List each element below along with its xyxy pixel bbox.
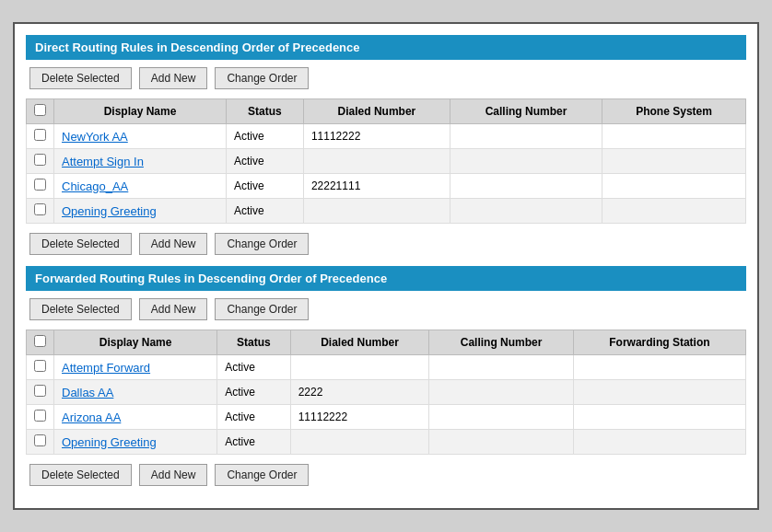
forwarded-row-checkbox-2[interactable] xyxy=(27,405,54,430)
direct-row-name-0: NewYork AA xyxy=(54,124,227,149)
direct-checkbox-3[interactable] xyxy=(34,203,46,215)
forwarded-row-name-2: Arizona AA xyxy=(54,405,217,430)
direct-row-extra-2 xyxy=(602,174,746,199)
forwarded-row-name-0: Attempt Forward xyxy=(54,355,217,380)
direct-checkbox-0[interactable] xyxy=(34,129,46,141)
direct-row-checkbox-1[interactable] xyxy=(27,149,54,174)
forwarded-checkbox-2[interactable] xyxy=(34,410,46,422)
forwarded-add-bottom-button[interactable]: Add New xyxy=(139,464,208,486)
forwarded-col-checkbox xyxy=(27,330,54,355)
direct-row-checkbox-3[interactable] xyxy=(27,199,54,224)
direct-row-status-1: Active xyxy=(227,149,304,174)
forwarded-checkbox-1[interactable] xyxy=(34,385,46,397)
forwarded-col-status: Status xyxy=(217,330,291,355)
direct-checkbox-2[interactable] xyxy=(34,179,46,191)
forwarded-row-calling-2 xyxy=(429,405,574,430)
direct-add-button[interactable]: Add New xyxy=(139,67,208,89)
forwarded-row-checkbox-3[interactable] xyxy=(27,430,54,455)
direct-row-name-1: Attempt Sign In xyxy=(54,149,227,174)
direct-row-extra-1 xyxy=(602,149,746,174)
table-row: Chicago_AA Active 22221111 xyxy=(27,174,746,199)
direct-section-header: Direct Routing Rules in Descending Order… xyxy=(26,35,746,60)
forwarded-row-dialed-2: 11112222 xyxy=(290,405,429,430)
direct-col-calling: Calling Number xyxy=(450,99,602,124)
forwarded-row-status-3: Active xyxy=(217,430,291,455)
direct-col-displayname: Display Name xyxy=(54,99,227,124)
direct-row-extra-0 xyxy=(602,124,746,149)
forwarded-row-dialed-1: 2222 xyxy=(290,380,429,405)
direct-delete-button[interactable]: Delete Selected xyxy=(29,67,132,89)
direct-row-dialed-0: 11112222 xyxy=(303,124,450,149)
table-row: NewYork AA Active 11112222 xyxy=(27,124,746,149)
direct-change-button[interactable]: Change Order xyxy=(215,67,309,89)
direct-table: Display Name Status Dialed Number Callin… xyxy=(26,98,746,224)
forwarded-add-button[interactable]: Add New xyxy=(139,298,208,320)
direct-row-link-3[interactable]: Opening Greeting xyxy=(62,204,157,218)
forwarded-delete-bottom-button[interactable]: Delete Selected xyxy=(29,464,132,486)
forwarded-row-link-3[interactable]: Opening Greeting xyxy=(62,435,157,449)
direct-row-dialed-2: 22221111 xyxy=(303,174,450,199)
direct-checkbox-1[interactable] xyxy=(34,154,46,166)
forwarded-col-displayname: Display Name xyxy=(54,330,217,355)
forwarded-row-extra-2 xyxy=(573,405,745,430)
forwarded-row-checkbox-0[interactable] xyxy=(27,355,54,380)
direct-select-all-checkbox[interactable] xyxy=(34,104,46,116)
direct-row-extra-3 xyxy=(602,199,746,224)
table-row: Arizona AA Active 11112222 xyxy=(27,405,746,430)
forwarded-col-dialed: Dialed Number xyxy=(290,330,429,355)
direct-row-name-3: Opening Greeting xyxy=(54,199,227,224)
forwarded-row-name-3: Opening Greeting xyxy=(54,430,217,455)
direct-row-link-0[interactable]: NewYork AA xyxy=(62,130,128,144)
forwarded-checkbox-0[interactable] xyxy=(34,360,46,372)
direct-row-calling-2 xyxy=(450,174,602,199)
table-row: Dallas AA Active 2222 xyxy=(27,380,746,405)
forwarded-row-link-2[interactable]: Arizona AA xyxy=(62,411,121,424)
forwarded-row-extra-3 xyxy=(573,430,745,455)
direct-row-status-2: Active xyxy=(227,174,304,199)
direct-row-status-3: Active xyxy=(227,199,304,224)
forwarded-row-extra-0 xyxy=(573,355,745,380)
forwarded-change-button[interactable]: Change Order xyxy=(215,298,309,320)
forwarded-change-bottom-button[interactable]: Change Order xyxy=(215,464,309,486)
forwarded-row-link-1[interactable]: Dallas AA xyxy=(62,386,113,399)
forwarded-row-calling-1 xyxy=(429,380,574,405)
forwarded-row-status-1: Active xyxy=(217,380,291,405)
direct-row-status-0: Active xyxy=(227,124,304,149)
forwarded-row-dialed-0 xyxy=(290,355,429,380)
direct-row-link-1[interactable]: Attempt Sign In xyxy=(62,155,144,168)
forwarded-col-calling: Calling Number xyxy=(429,330,574,355)
table-row: Opening Greeting Active xyxy=(27,430,746,455)
direct-row-link-2[interactable]: Chicago_AA xyxy=(62,179,128,193)
forwarded-routing-section: Forwarded Routing Rules in Descending Or… xyxy=(26,266,746,486)
forwarded-row-calling-3 xyxy=(429,430,574,455)
direct-add-bottom-button[interactable]: Add New xyxy=(139,233,208,255)
direct-row-calling-0 xyxy=(450,124,602,149)
table-row: Attempt Sign In Active xyxy=(27,149,746,174)
forwarded-row-checkbox-1[interactable] xyxy=(27,380,54,405)
forwarded-checkbox-3[interactable] xyxy=(34,434,46,446)
forwarded-delete-button[interactable]: Delete Selected xyxy=(29,298,132,320)
direct-col-dialed: Dialed Number xyxy=(303,99,450,124)
direct-row-calling-3 xyxy=(450,199,602,224)
forwarded-row-status-2: Active xyxy=(217,405,291,430)
forwarded-select-all-checkbox[interactable] xyxy=(34,335,46,347)
direct-row-dialed-3 xyxy=(303,199,450,224)
forwarded-col-forwarding: Forwarding Station xyxy=(573,330,745,355)
table-row: Opening Greeting Active xyxy=(27,199,746,224)
direct-col-checkbox xyxy=(27,99,54,124)
forwarded-toolbar: Delete Selected Add New Change Order xyxy=(26,298,746,320)
direct-col-phone: Phone System xyxy=(602,99,746,124)
forwarded-row-dialed-3 xyxy=(290,430,429,455)
direct-row-name-2: Chicago_AA xyxy=(54,174,227,199)
direct-delete-bottom-button[interactable]: Delete Selected xyxy=(29,233,132,255)
direct-row-calling-1 xyxy=(450,149,602,174)
direct-toolbar: Delete Selected Add New Change Order xyxy=(26,67,746,89)
direct-row-checkbox-0[interactable] xyxy=(27,124,54,149)
forwarded-row-extra-1 xyxy=(573,380,745,405)
forwarded-row-link-0[interactable]: Attempt Forward xyxy=(62,361,150,375)
direct-row-checkbox-2[interactable] xyxy=(27,174,54,199)
forwarded-bottom-toolbar: Delete Selected Add New Change Order xyxy=(26,464,746,486)
direct-change-bottom-button[interactable]: Change Order xyxy=(215,233,309,255)
forwarded-row-name-1: Dallas AA xyxy=(54,380,217,405)
forwarded-section-header: Forwarded Routing Rules in Descending Or… xyxy=(26,266,746,291)
